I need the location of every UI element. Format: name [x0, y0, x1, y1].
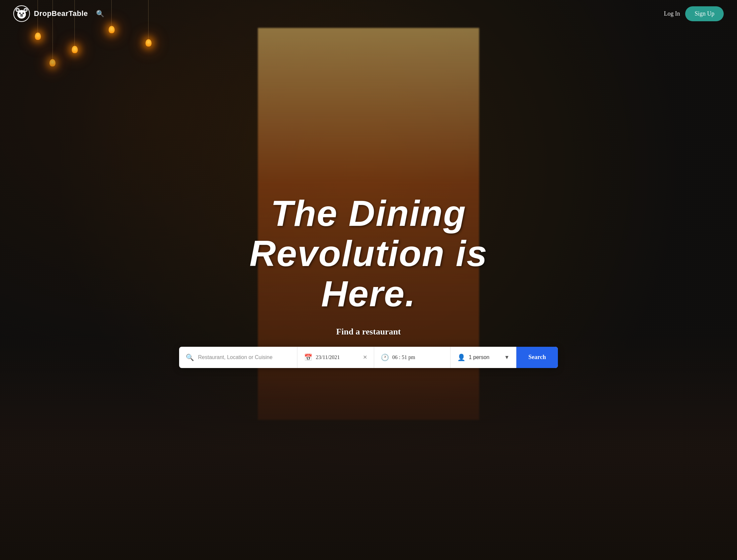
brand-name: DropBearTable: [34, 9, 88, 18]
logo-container: DropBearTable: [13, 5, 88, 22]
navbar: DropBearTable 🔍 Log In Sign Up: [0, 0, 737, 27]
time-field[interactable]: 🕐 06 : 51 pm: [374, 347, 451, 368]
time-value: 06 : 51 pm: [393, 354, 415, 360]
date-value: 23/11/2021: [316, 354, 359, 360]
location-field: 🔍: [179, 347, 297, 368]
location-input[interactable]: [198, 354, 290, 360]
clock-icon: 🕐: [381, 353, 389, 361]
hero-content: The Dining Revolution is Here. Find a re…: [0, 27, 737, 560]
guests-field: 👤 1 person 2 people 3 people 4 people 5 …: [451, 347, 517, 368]
signup-button[interactable]: Sign Up: [685, 6, 724, 21]
navbar-left: DropBearTable 🔍: [13, 5, 107, 22]
svg-point-6: [19, 13, 21, 14]
calendar-icon: 📅: [304, 353, 312, 361]
bear-logo-icon: [13, 5, 30, 22]
navbar-right: Log In Sign Up: [664, 6, 724, 21]
login-button[interactable]: Log In: [664, 10, 680, 17]
search-button[interactable]: Search: [516, 347, 558, 368]
search-bar: 🔍 📅 23/11/2021 ✕ 🕐 06 : 51 pm 👤: [179, 347, 558, 368]
chevron-down-icon: ▼: [505, 354, 510, 360]
nav-search-icon[interactable]: 🔍: [93, 8, 107, 19]
hero-subtitle: Find a restaurant: [336, 327, 401, 337]
svg-point-8: [20, 14, 23, 16]
svg-point-5: [25, 9, 27, 11]
svg-point-3: [17, 9, 19, 11]
headline-line1: The Dining: [271, 193, 466, 233]
clear-date-icon[interactable]: ✕: [363, 354, 367, 360]
svg-point-7: [23, 13, 24, 14]
person-icon: 👤: [457, 353, 466, 361]
hero-headline: The Dining Revolution is Here.: [249, 193, 488, 314]
search-location-icon: 🔍: [186, 353, 194, 361]
headline-line3: Here.: [321, 273, 416, 314]
search-bar-container: 🔍 📅 23/11/2021 ✕ 🕐 06 : 51 pm 👤: [179, 347, 558, 368]
guests-select[interactable]: 1 person 2 people 3 people 4 people 5 pe…: [469, 354, 501, 360]
date-field[interactable]: 📅 23/11/2021 ✕: [297, 347, 374, 368]
headline-line2: Revolution is: [249, 233, 488, 274]
